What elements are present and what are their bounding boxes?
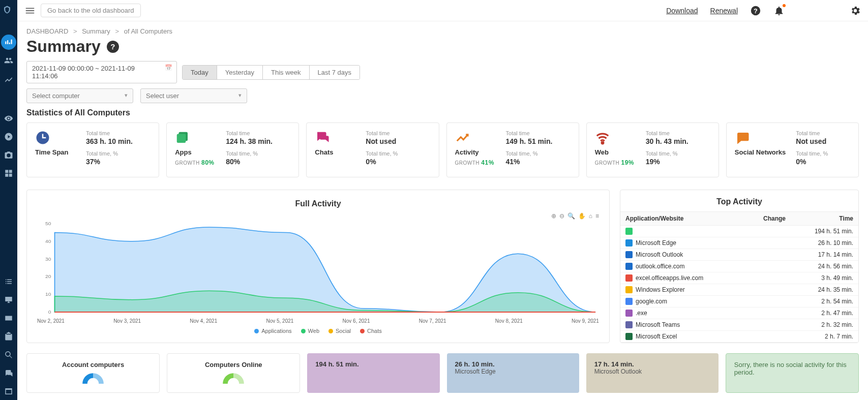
clock-icon (35, 130, 50, 145)
svg-text:50: 50 (45, 221, 51, 226)
svg-text:30: 30 (45, 256, 51, 261)
svg-point-5 (602, 142, 604, 144)
legend-item[interactable]: Web (301, 328, 319, 334)
breadcrumb: DASHBOARD > Summary > of All Computers (26, 27, 859, 35)
top-activity-row[interactable]: outlook.office.com 24 h. 56 min. (620, 261, 858, 272)
chart-toolbar: ⊕ ⊖ 🔍 ✋ ⌂ ≡ (37, 212, 599, 220)
chart-menu-icon[interactable]: ≡ (595, 212, 599, 220)
app-logo-icon (3, 5, 15, 17)
wifi-icon (595, 130, 610, 145)
topbar: Go back to the old dashboard Download Re… (17, 0, 868, 21)
nav-dashboard-icon[interactable] (1, 35, 16, 50)
preset-yesterday[interactable]: Yesterday (217, 66, 263, 79)
card-apps[interactable]: Apps GROWTH 80% Total time 124 h. 38 min… (166, 122, 299, 177)
svg-text:?: ? (754, 7, 758, 14)
donut-chart-icon (70, 372, 116, 384)
svg-rect-4 (177, 134, 186, 143)
nav-keyboard-icon[interactable] (0, 310, 17, 327)
svg-text:40: 40 (45, 238, 51, 243)
top-activity-title: Top Activity (620, 190, 858, 211)
svg-text:10: 10 (45, 292, 51, 297)
sidebar (0, 0, 17, 400)
card-chats[interactable]: Chats Total time Not used Total time, % … (306, 122, 439, 177)
card-social[interactable]: Social Networks Total time Not used Tota… (726, 122, 859, 177)
nav-clipboard-icon[interactable] (0, 328, 17, 345)
chart-home-icon[interactable]: ⌂ (589, 212, 592, 220)
apps-icon (175, 130, 190, 145)
tile-computers-online[interactable]: Computers Online (167, 353, 300, 393)
nav-list-icon[interactable] (0, 273, 17, 290)
page-help-icon[interactable]: ? (107, 41, 119, 53)
tile-total-time[interactable]: 194 h. 51 min. (307, 353, 439, 393)
settings-icon[interactable] (850, 5, 861, 16)
breadcrumb-item: of All Computers (124, 27, 172, 35)
col-app-header: Application/Website (625, 215, 752, 222)
top-activity-row[interactable]: google.com 2 h. 54 min. (620, 296, 858, 307)
full-activity-chart: Full Activity ⊕ ⊖ 🔍 ✋ ⌂ ≡ 01020304050 No… (26, 190, 610, 343)
card-timespan[interactable]: Time Span Total time 363 h. 10 min. Tota… (26, 122, 159, 177)
top-activity-row[interactable]: .exe 2 h. 47 min. (620, 307, 858, 319)
nav-monitor-icon[interactable] (0, 291, 17, 309)
page-title: Summary (26, 37, 101, 56)
tile-no-social: Sorry, there is no social activity for t… (726, 353, 859, 393)
breadcrumb-item[interactable]: Summary (82, 27, 110, 35)
renewal-link[interactable]: Renewal (710, 7, 738, 15)
nav-users-icon[interactable] (0, 52, 17, 69)
date-range-input[interactable]: 2021-11-09 00:00:00 ~ 2021-11-09 11:14:0… (26, 61, 177, 83)
preset-this-week[interactable]: This week (263, 66, 310, 79)
social-icon (735, 130, 750, 145)
svg-text:0: 0 (48, 310, 51, 315)
chats-icon (315, 130, 330, 145)
download-link[interactable]: Download (666, 7, 698, 15)
breadcrumb-item[interactable]: DASHBOARD (26, 27, 68, 35)
tile-account-computers[interactable]: Account computers (26, 353, 160, 393)
nav-chat-icon[interactable] (0, 364, 17, 382)
chart-zoom-icon[interactable]: 🔍 (567, 212, 575, 220)
section-title: Statistics of All Computers (26, 108, 859, 117)
chart-zoom-in-icon[interactable]: ⊕ (551, 212, 556, 220)
legend-item[interactable]: Social (328, 328, 351, 334)
top-activity-row[interactable]: Microsoft Excel 2 h. 7 min. (620, 331, 858, 343)
select-computer[interactable]: Select computer (26, 88, 133, 103)
card-activity[interactable]: Activity GROWTH 41% Total time 149 h. 51… (446, 122, 579, 177)
nav-window-icon[interactable] (0, 383, 17, 400)
tile-outlook[interactable]: 17 h. 14 min. Microsoft Outlook (586, 353, 719, 393)
old-dashboard-button[interactable]: Go back to the old dashboard (41, 4, 141, 17)
nav-search-icon[interactable] (0, 346, 17, 363)
activity-icon (455, 130, 470, 145)
nav-play-icon[interactable] (0, 128, 17, 145)
menu-toggle-icon[interactable] (24, 5, 36, 16)
preset-today[interactable]: Today (183, 66, 217, 79)
nav-grid-icon[interactable] (0, 165, 17, 182)
col-time-header: Time (797, 215, 853, 222)
notifications-icon[interactable] (773, 5, 785, 16)
legend-item[interactable]: Chats (360, 328, 382, 334)
chart-zoom-out-icon[interactable]: ⊖ (559, 212, 564, 220)
tile-edge[interactable]: 26 h. 10 min. Microsoft Edge (447, 353, 579, 393)
top-activity-row[interactable]: Microsoft Outlook 17 h. 14 min. (620, 249, 858, 261)
top-activity-row[interactable]: Microsoft Edge 26 h. 10 min. (620, 237, 858, 249)
date-preset-group: Today Yesterday This week Last 7 days (182, 65, 360, 80)
chart-title: Full Activity (37, 199, 599, 208)
donut-chart-icon (211, 372, 256, 384)
col-change-header: Change (752, 215, 797, 222)
top-activity-row[interactable]: Windows Explorer 24 h. 35 min. (620, 284, 858, 296)
top-activity-panel: Top Activity Application/Website Change … (620, 190, 859, 343)
top-activity-row[interactable]: Microsoft Teams 2 h. 32 min. (620, 319, 858, 331)
svg-text:20: 20 (45, 274, 51, 279)
nav-eye-icon[interactable] (0, 110, 17, 127)
nav-camera-icon[interactable] (0, 146, 17, 164)
nav-reports-icon[interactable] (0, 70, 17, 87)
legend-item[interactable]: Applications (254, 328, 291, 334)
help-icon[interactable]: ? (750, 5, 761, 16)
preset-last-7[interactable]: Last 7 days (310, 66, 360, 79)
select-user[interactable]: Select user (140, 88, 247, 103)
chart-pan-icon[interactable]: ✋ (578, 212, 586, 220)
card-web[interactable]: Web GROWTH 19% Total time 30 h. 43 min. … (586, 122, 719, 177)
chart-svg: 01020304050 (37, 221, 599, 317)
top-activity-row[interactable]: 194 h. 51 min. (620, 226, 858, 237)
top-activity-row[interactable]: excel.officeapps.live.com 3 h. 49 min. (620, 272, 858, 284)
